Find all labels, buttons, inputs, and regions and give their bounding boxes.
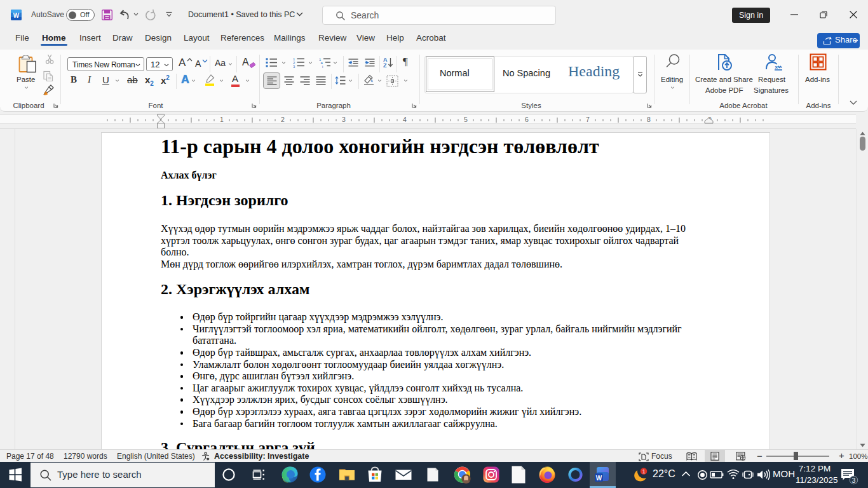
svg-text:2: 2 bbox=[281, 116, 285, 123]
svg-text:W: W bbox=[596, 475, 602, 482]
svg-text:x: x bbox=[775, 64, 778, 70]
svg-text:3: 3 bbox=[852, 477, 856, 484]
svg-text:i: i bbox=[322, 65, 323, 69]
svg-text:W: W bbox=[13, 12, 20, 19]
svg-text:3: 3 bbox=[342, 116, 346, 123]
svg-text:5: 5 bbox=[464, 116, 468, 123]
svg-text:7: 7 bbox=[586, 116, 590, 123]
svg-text:1: 1 bbox=[642, 468, 646, 475]
svg-text:8: 8 bbox=[647, 116, 651, 123]
svg-text:1: 1 bbox=[220, 116, 224, 123]
svg-text:4: 4 bbox=[403, 116, 407, 123]
svg-text:6: 6 bbox=[525, 116, 529, 123]
svg-text:3: 3 bbox=[293, 65, 295, 68]
svg-text:Z: Z bbox=[383, 62, 387, 69]
